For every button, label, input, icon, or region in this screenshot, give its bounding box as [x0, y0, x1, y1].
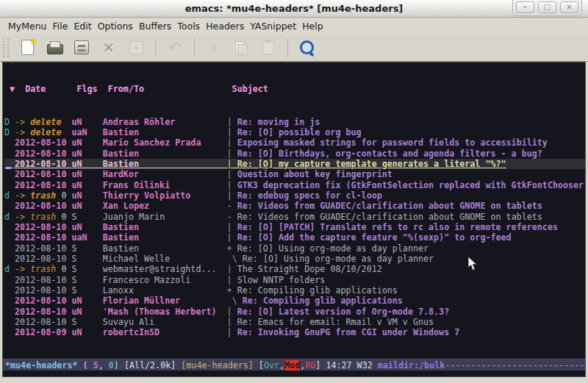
col-mark — [4, 285, 15, 296]
col-action: trash — [30, 264, 56, 274]
col-mark: D — [4, 127, 15, 137]
col-mark — [4, 275, 15, 285]
modeline-segment-plain: [ — [254, 360, 264, 371]
col-thread: | — [227, 159, 237, 169]
col-mark — [4, 180, 15, 190]
col-from: Bastien — [103, 127, 227, 137]
col-arrow: -> — [15, 212, 30, 222]
echo-area[interactable] — [3, 371, 585, 376]
col-subject: Re: Invoking GnuPG from CGI under Window… — [237, 327, 460, 337]
minimize-button[interactable]: – — [516, 1, 534, 13]
col-arrow: -> — [15, 117, 30, 127]
col-from: Xan Lopez — [103, 201, 227, 211]
col-extra: 0 — [56, 190, 71, 201]
message-row[interactable]: D -> delete uN Andreas Röhler | Re: movi… — [4, 117, 585, 127]
col-flags: uN — [71, 201, 102, 211]
paste-icon — [259, 39, 277, 57]
col-thread: | — [227, 232, 237, 243]
col-action: trash — [30, 190, 56, 201]
col-arrow: -> — [15, 127, 30, 137]
close-buffer-button[interactable] — [98, 37, 119, 58]
title-bar[interactable]: emacs: *mu4e-headers* [mu4e-headers] –□✕ — [0, 0, 588, 18]
menu-item-edit[interactable]: Edit — [74, 19, 91, 33]
save-button[interactable] — [71, 37, 92, 58]
message-row[interactable]: 2012-08-10 uN HardKor | Question about k… — [4, 169, 585, 179]
message-row[interactable]: 2012-08-10 S Francesco Mazzoli | Slow NN… — [4, 275, 585, 285]
close-button[interactable]: ✕ — [560, 1, 578, 13]
message-row[interactable]: d -> trash 0 S Juanjo Marin - Re: Videos… — [4, 212, 585, 222]
col-thread: \ — [227, 254, 243, 264]
col-flags: S — [71, 285, 102, 296]
col-mark: d — [4, 264, 15, 274]
save-as-icon — [127, 39, 145, 57]
message-row[interactable]: 2012-08-10 uN Bastien | Re: [O] Birthday… — [4, 148, 585, 159]
col-thread: | — [227, 169, 237, 179]
modeline-segment-dashes: ----------------------------- — [445, 360, 585, 371]
message-row[interactable]: 2012-08-10 uN Mario Sanchez Prada | Expo… — [4, 137, 585, 148]
modeline-segment-num2: 0 — [109, 360, 114, 371]
col-subject: Re: [O] possible org bug — [237, 127, 362, 137]
col-extra — [61, 117, 71, 127]
menu-item-file[interactable]: File — [53, 19, 68, 33]
menu-item-mymenu[interactable]: MyMenu — [8, 19, 47, 33]
col-mark — [4, 137, 15, 148]
menu-item-buffers[interactable]: Buffers — [139, 19, 171, 33]
col-arrow: -> — [15, 190, 30, 201]
message-row[interactable]: 2012-08-10 uN Xan Lopez - Re: Videos fro… — [4, 201, 585, 211]
col-from: webmaster@straightd... — [103, 264, 227, 274]
col-mark: d — [4, 212, 15, 222]
message-row[interactable]: 2012-08-10 uN Bastien | Re: [O] [PATCH] … — [4, 222, 585, 232]
modeline-segment-plain: ) [All/2.0k] — [114, 360, 181, 371]
maximize-button[interactable]: □ — [538, 1, 556, 13]
col-subject: Slow NNTP folders — [237, 275, 326, 285]
message-row[interactable]: 2012-08-10 S Lanoxx + Re: Compiling glib… — [4, 285, 585, 296]
message-row[interactable]: 2012-08-10 uN 'Mash (Thomas Herbert) | R… — [4, 307, 585, 317]
toolbar-grip-handle[interactable] — [3, 38, 9, 57]
message-row[interactable]: 2012-08-10 S Bastien + Re: [O] Using org… — [4, 243, 585, 254]
modeline-segment-maildir: maildir:/bulk — [378, 360, 445, 371]
col-date: 2012-08-10 — [15, 201, 71, 211]
toolbar-separator — [155, 38, 156, 57]
col-from: 'Mash (Thomas Herbert) — [103, 307, 227, 317]
message-row[interactable]: 2012-08-10 S Suvayu Ali | Re: Emacs for … — [4, 317, 585, 327]
menu-item-tools[interactable]: Tools — [177, 19, 200, 33]
col-mark — [4, 307, 15, 317]
col-date: 2012-08-09 — [15, 327, 71, 337]
col-thread: | — [227, 317, 237, 327]
message-row[interactable]: 2012-08-10 uaN Bastien | Re: [O] Add the… — [4, 232, 585, 243]
new-file-button[interactable] — [17, 37, 37, 58]
undo-button — [165, 37, 185, 58]
open-folder-button[interactable] — [44, 37, 65, 58]
col-flags: uaN — [72, 127, 103, 137]
message-row[interactable]: 2012-08-09 uN robertcInSD | Re: Invoking… — [4, 327, 585, 337]
menu-item-help[interactable]: Help — [302, 19, 323, 33]
col-flags: uN — [71, 180, 102, 190]
open-folder-icon — [46, 39, 63, 57]
col-subject: Re: Compiling glib applications — [237, 285, 398, 296]
mode-line[interactable]: *mu4e-headers* ( 5, 0) [All/2.0k] [mu4e-… — [3, 359, 585, 371]
search-button[interactable] — [297, 37, 318, 58]
message-row[interactable]: d -> trash 0 S webmaster@straightd... | … — [4, 264, 585, 274]
col-subject: Re: [O] Using org-mode as day planner — [237, 243, 429, 254]
copy-icon — [232, 39, 250, 57]
toolbar-separator — [287, 38, 288, 57]
column-header-line[interactable]: ▼ Date Flgs From/To Subject — [4, 84, 585, 94]
message-row[interactable]: 2012-08-10 uN Florian Müllner \ Re: Comp… — [4, 296, 585, 306]
message-row[interactable]: 2012-08-10 S Michael Welle \ Re: [O] Usi… — [4, 254, 585, 264]
message-row[interactable]: D -> delete uaN Bastien | Re: [O] possib… — [4, 127, 585, 137]
message-row[interactable]: 2012-08-10 uN Frans Oilinki | GTK3 depre… — [4, 180, 585, 190]
menu-item-options[interactable]: Options — [98, 19, 133, 33]
col-thread: | — [227, 307, 237, 317]
menu-item-headers[interactable]: Headers — [206, 19, 244, 33]
col-mark — [4, 232, 15, 243]
col-thread: \ — [227, 296, 243, 306]
col-subject: Re: [O] Birthdays, org-contacts and agen… — [237, 148, 542, 159]
message-row[interactable]: 2012-08-10 uN Bastien | Re: [O] my captu… — [4, 159, 585, 169]
col-flags: uN — [72, 190, 103, 201]
col-flags: S — [71, 317, 102, 327]
message-row[interactable]: d -> trash 0 uN Thierry Volpiatto | Re: … — [4, 190, 585, 201]
col-mark — [4, 169, 15, 179]
menu-item-yasnippet[interactable]: YASnippet — [250, 19, 296, 33]
col-mark — [4, 296, 15, 306]
emacs-window: emacs: *mu4e-headers* [mu4e-headers] –□✕… — [0, 0, 588, 383]
